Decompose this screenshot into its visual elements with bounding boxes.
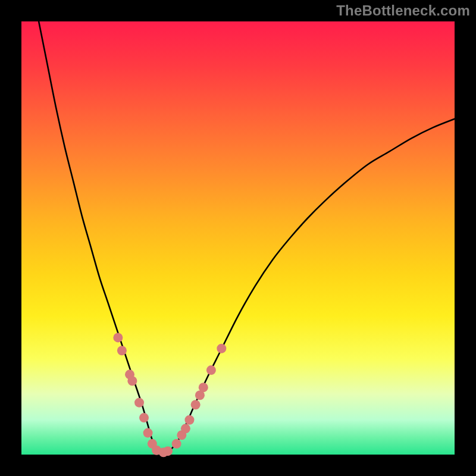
plot-area — [21, 21, 455, 455]
highlight-dot — [127, 376, 137, 386]
highlight-dot — [217, 344, 226, 353]
bottleneck-curve — [39, 21, 455, 453]
curve-svg — [21, 21, 455, 455]
highlight-dot — [139, 413, 149, 422]
highlight-markers — [113, 333, 226, 457]
highlight-dot — [191, 400, 201, 409]
watermark-text: TheBottleneck.com — [336, 2, 470, 19]
highlight-dot — [134, 398, 144, 408]
highlight-dot — [199, 383, 208, 392]
highlight-dot — [143, 428, 153, 438]
highlight-dot — [181, 424, 190, 433]
highlight-dot — [206, 365, 216, 375]
highlight-dot — [163, 446, 173, 456]
highlight-dot — [172, 439, 181, 449]
highlight-dot — [117, 346, 127, 355]
highlight-dot — [113, 333, 123, 342]
chart-frame: TheBottleneck.com — [0, 0, 476, 476]
highlight-dot — [184, 415, 194, 425]
